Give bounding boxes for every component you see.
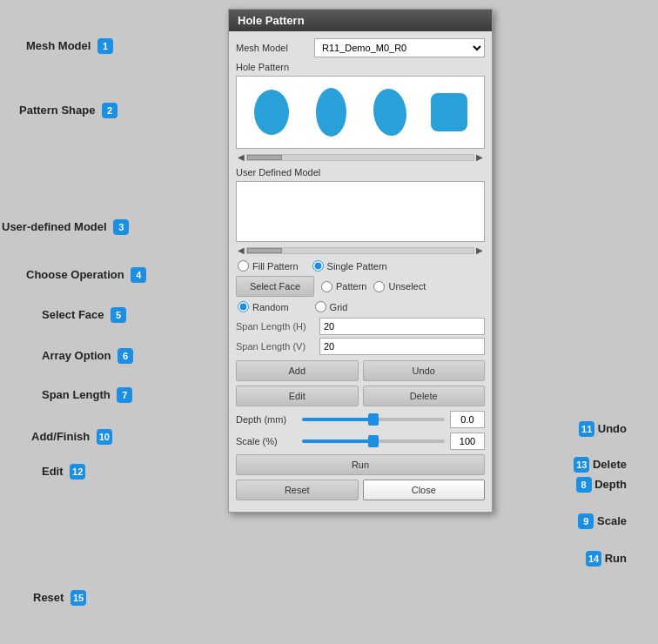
shape-circle[interactable] [250,86,293,138]
scroll-thumb [247,155,282,160]
shape-oval-tall[interactable] [309,86,352,138]
random-label: Random [252,302,289,312]
depth-slider-thumb[interactable] [368,413,379,426]
annotation-4: Choose Operation 4 [26,267,146,283]
grid-radio-input[interactable] [315,301,326,312]
ud-scroll-track[interactable] [246,247,474,254]
fill-pattern-radio[interactable]: Fill Pattern [238,260,299,272]
add-button[interactable]: Add [236,360,359,381]
single-pattern-input[interactable] [312,260,324,272]
grid-radio[interactable]: Grid [315,301,348,312]
annotation-14: 14 Run [582,551,627,567]
run-button[interactable]: Run [236,454,485,475]
unselect-radio-label: Unselect [388,281,426,292]
close-button[interactable]: Close [363,480,486,500]
annotation-7: Span Length 7 [42,387,132,403]
annotation-3: User-defined Model 3 [2,219,129,235]
annotation-9: 9 Scale [574,513,627,529]
depth-value-input[interactable] [450,411,485,428]
annotation-6: Array Option 6 [42,348,133,364]
hole-pattern-dialog: Hole Pattern Mesh Model R11_Demo_M0_R0 H… [228,9,493,513]
shape-rounded-rect[interactable] [427,86,471,138]
user-defined-label: User Defined Model [236,167,485,178]
annotation-13: 13 Delete [570,457,627,473]
select-face-row: Select Face Pattern Unselect [236,276,485,297]
single-pattern-radio[interactable]: Single Pattern [312,260,387,272]
scale-label: Scale (%) [236,436,297,446]
depth-row: Depth (mm) [236,411,485,428]
run-row: Run [236,454,485,475]
mesh-model-select[interactable]: R11_Demo_M0_R0 [314,38,485,57]
span-v-label: Span Length (V) [236,341,319,352]
operation-radio-row: Fill Pattern Single Pattern [236,260,485,272]
annotation-8: 8 Depth [573,477,627,493]
select-face-button[interactable]: Select Face [236,276,314,297]
scroll-left-arrow[interactable]: ◀ [236,152,246,162]
span-h-row: Span Length (H) [236,318,485,335]
pattern-scrollbar[interactable]: ◀ ▶ [236,152,485,162]
scroll-right-arrow[interactable]: ▶ [474,152,485,162]
scale-value-input[interactable] [450,433,485,450]
scale-row: Scale (%) [236,433,485,450]
pattern-shape-container [236,76,485,149]
span-v-row: Span Length (V) [236,338,485,355]
annotation-1: Mesh Model 1 [26,38,113,54]
dialog-titlebar: Hole Pattern [229,10,492,31]
random-radio[interactable]: Random [238,301,289,312]
fill-pattern-input[interactable] [238,260,249,272]
depth-slider-track[interactable] [302,418,445,421]
span-h-input[interactable] [319,318,485,335]
mesh-model-label: Mesh Model [236,43,314,53]
pattern-shapes [242,82,479,143]
scale-slider-fill [302,439,373,443]
depth-slider-fill [302,418,373,421]
span-v-input[interactable] [319,338,485,355]
ud-scroll-left-arrow[interactable]: ◀ [236,245,246,255]
reset-close-row: Reset Close [236,480,485,500]
annotation-11: 11 Undo [575,421,627,437]
mesh-model-row: Mesh Model R11_Demo_M0_R0 [236,38,485,57]
undo-button[interactable]: Undo [363,360,486,381]
ud-scroll-thumb [247,248,282,253]
user-defined-box [236,181,485,242]
single-pattern-label: Single Pattern [327,261,387,272]
annotation-12: Edit 12 [42,464,85,480]
fill-pattern-label: Fill Pattern [252,261,299,272]
dialog-title: Hole Pattern [238,14,305,27]
edit-button[interactable]: Edit [236,386,359,406]
unselect-radio-input[interactable] [373,281,385,292]
span-h-label: Span Length (H) [236,321,319,332]
reset-button[interactable]: Reset [236,480,359,500]
hole-pattern-section-title: Hole Pattern [236,62,485,72]
pattern-radio-label: Pattern [336,281,366,292]
unselect-radio[interactable]: Unselect [373,281,426,292]
edit-delete-row: Edit Delete [236,386,485,406]
annotation-5: Select Face 5 [42,307,126,323]
scale-slider-thumb[interactable] [368,435,379,447]
grid-label: Grid [330,302,348,312]
scroll-track[interactable] [246,154,474,161]
user-defined-scrollbar[interactable]: ◀ ▶ [236,245,485,255]
scale-slider-track[interactable] [302,439,445,443]
annotation-15: Reset 15 [33,590,86,606]
delete-button[interactable]: Delete [363,386,486,406]
pattern-radio-input[interactable] [321,281,332,292]
add-undo-row: Add Undo [236,360,485,381]
annotation-10: Add/Finish 10 [31,429,112,445]
depth-label: Depth (mm) [236,414,297,425]
random-radio-input[interactable] [238,301,249,312]
shape-oval-asym[interactable] [368,86,412,138]
ud-scroll-right-arrow[interactable]: ▶ [474,245,485,255]
annotation-2: Pattern Shape 2 [19,103,118,118]
array-option-row: Random Grid [236,301,485,312]
pattern-radio[interactable]: Pattern [321,281,366,292]
